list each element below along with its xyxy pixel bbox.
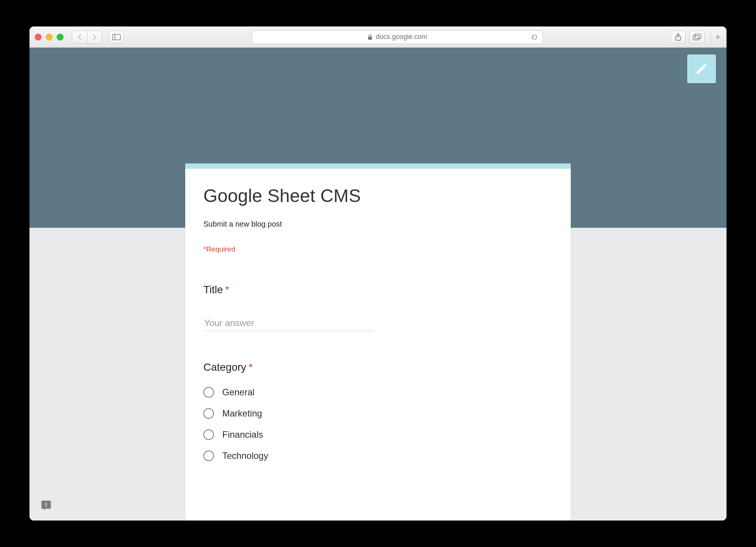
category-option[interactable]: Technology (203, 445, 553, 466)
tabs-button[interactable] (689, 31, 705, 44)
radio-icon (203, 429, 214, 440)
option-label: Technology (222, 451, 268, 461)
question-title: Title* (203, 284, 553, 331)
title-input[interactable] (203, 315, 373, 331)
title-label: Title (203, 284, 223, 295)
radio-icon (203, 387, 214, 398)
required-star: * (249, 361, 253, 373)
close-window-button[interactable] (35, 34, 42, 40)
option-label: General (222, 387, 254, 398)
window-controls (35, 34, 64, 40)
svg-rect-6 (695, 34, 701, 38)
question-category: Category* General Marketing (203, 361, 553, 466)
form-card: Google Sheet CMS Submit a new blog post … (185, 163, 571, 521)
new-tab-button[interactable] (711, 32, 721, 42)
minimize-window-button[interactable] (46, 34, 53, 40)
svg-rect-5 (693, 35, 699, 40)
browser-toolbar: docs.google.com (29, 26, 727, 48)
form-title: Google Sheet CMS (203, 185, 553, 206)
pencil-icon (695, 62, 708, 75)
svg-rect-9 (46, 503, 47, 506)
nav-buttons (72, 31, 102, 44)
category-options: General Marketing Financials Techno (203, 382, 553, 466)
option-label: Financials (222, 429, 263, 440)
sidebar-button[interactable] (109, 31, 124, 44)
edit-form-button[interactable] (687, 54, 716, 83)
radio-icon (203, 408, 214, 419)
forward-button[interactable] (87, 31, 102, 44)
form-accent-bar (185, 163, 571, 169)
required-indicator: *Required (203, 245, 553, 253)
back-button[interactable] (72, 31, 87, 44)
category-option[interactable]: Marketing (203, 403, 553, 424)
svg-rect-10 (46, 506, 47, 507)
toolbar-right (671, 31, 721, 44)
lock-icon (367, 34, 373, 40)
category-option[interactable]: Financials (203, 424, 553, 445)
address-bar-host: docs.google.com (376, 33, 427, 41)
address-bar[interactable]: docs.google.com (252, 30, 543, 44)
radio-icon (203, 451, 214, 461)
form-description: Submit a new blog post (203, 220, 553, 228)
svg-rect-2 (368, 37, 372, 40)
category-option[interactable]: General (203, 382, 553, 403)
required-star: * (225, 284, 229, 295)
svg-rect-0 (113, 34, 121, 40)
page-content: Google Sheet CMS Submit a new blog post … (29, 48, 727, 521)
category-label: Category (203, 361, 246, 373)
safari-window: docs.google.com (29, 26, 727, 521)
feedback-button[interactable] (39, 498, 54, 513)
maximize-window-button[interactable] (57, 34, 64, 40)
option-label: Marketing (222, 408, 262, 419)
reload-icon[interactable] (531, 34, 538, 40)
share-button[interactable] (671, 31, 686, 44)
